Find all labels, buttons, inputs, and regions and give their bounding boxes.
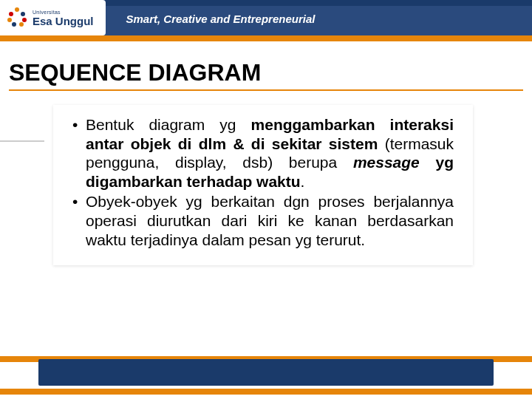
logo-icon	[7, 7, 28, 28]
bullet-marker: •	[72, 115, 86, 191]
bullet-item: •Obyek-obyek yg berkaitan dgn proses ber…	[72, 192, 454, 249]
bullet-marker: •	[72, 192, 86, 249]
decorative-line	[0, 140, 44, 142]
brand-name: Esa Unggul	[33, 16, 94, 27]
content-box: •Bentuk diagram yg menggambarkan interak…	[53, 105, 473, 265]
footer-band	[0, 350, 532, 395]
bullet-text: Obyek-obyek yg berkaitan dgn proses berj…	[86, 192, 454, 249]
brand-tagline: Smart, Creative and Entrepreneurial	[126, 13, 316, 25]
brand-small: Universitas	[33, 10, 94, 15]
bullet-text: Bentuk diagram yg menggambarkan interaks…	[86, 115, 454, 191]
brand-logo: Universitas Esa Unggul	[0, 0, 106, 35]
page-title: SEQUENCE DIAGRAM	[9, 59, 523, 91]
header-band: Universitas Esa Unggul Smart, Creative a…	[0, 0, 532, 41]
bullet-item: •Bentuk diagram yg menggambarkan interak…	[72, 115, 454, 191]
